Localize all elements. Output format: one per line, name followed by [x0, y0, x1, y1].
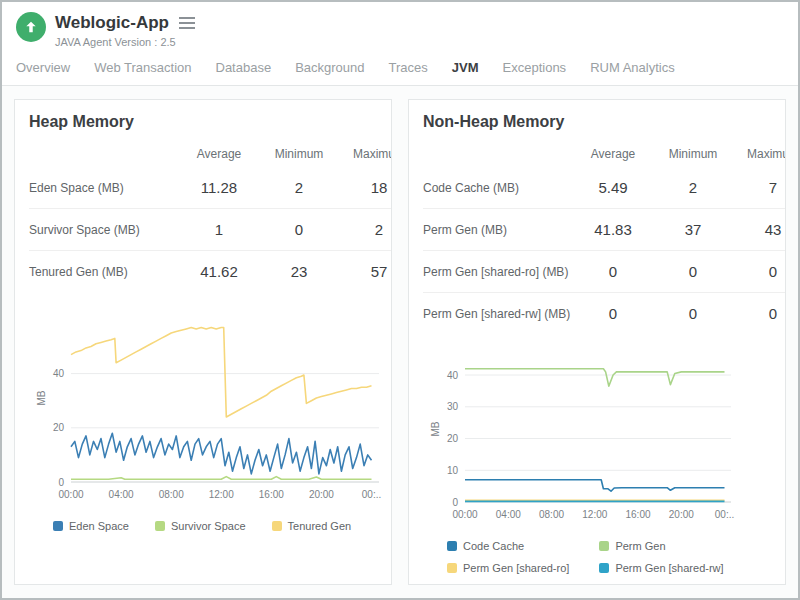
- svg-text:04:00: 04:00: [109, 489, 134, 500]
- svg-text:16:00: 16:00: [625, 509, 650, 520]
- heap-memory-panel: Heap Memory Average Minimum Maximum Eden…: [14, 99, 392, 585]
- non-heap-chart-legend: Code CachePerm GenPerm Gen [shared-ro]Pe…: [447, 540, 785, 574]
- row-label: Eden Space (MB): [29, 167, 179, 209]
- svg-text:00:00: 00:00: [58, 489, 83, 500]
- avg-value: 0: [573, 251, 653, 293]
- table-row: Perm Gen (MB) 41.83 37 43: [423, 209, 786, 251]
- svg-text:20: 20: [53, 422, 65, 433]
- svg-text:08:00: 08:00: [539, 509, 564, 520]
- min-value: 2: [259, 167, 339, 209]
- legend-label: Survivor Space: [171, 520, 246, 532]
- legend-label: Eden Space: [69, 520, 129, 532]
- max-value: 0: [733, 293, 786, 335]
- tab-jvm[interactable]: JVM: [452, 60, 479, 75]
- tab-database[interactable]: Database: [216, 60, 272, 75]
- avg-value: 41.83: [573, 209, 653, 251]
- table-row: Eden Space (MB) 11.28 2 18: [29, 167, 392, 209]
- non-heap-memory-panel: Non-Heap Memory Average Minimum Maximum …: [408, 99, 786, 585]
- panel-title-heap: Heap Memory: [29, 113, 391, 131]
- avg-value: 1: [179, 209, 259, 251]
- row-label: Survivor Space (MB): [29, 209, 179, 251]
- page-title: Weblogic-App: [55, 13, 169, 33]
- min-value: 23: [259, 251, 339, 293]
- svg-text:12:00: 12:00: [582, 509, 607, 520]
- svg-text:16:00: 16:00: [259, 489, 284, 500]
- legend-swatch: [53, 521, 63, 531]
- min-value: 37: [653, 209, 733, 251]
- svg-text:12:00: 12:00: [209, 489, 234, 500]
- non-heap-stats-table: Average Minimum Maximum Code Cache (MB) …: [423, 139, 786, 334]
- legend-item: Perm Gen [shared-ro]: [447, 562, 569, 574]
- avg-value: 5.49: [573, 167, 653, 209]
- hamburger-menu-icon[interactable]: [179, 12, 195, 34]
- app-icon: [16, 12, 46, 42]
- tab-exceptions[interactable]: Exceptions: [503, 60, 567, 75]
- max-value: 43: [733, 209, 786, 251]
- legend-swatch: [599, 563, 609, 573]
- header: Weblogic-App JAVA Agent Version : 2.5: [2, 2, 798, 52]
- svg-text:00:00: 00:00: [452, 509, 477, 520]
- legend-swatch: [447, 563, 457, 573]
- legend-label: Perm Gen [shared-rw]: [615, 562, 723, 574]
- svg-text:0: 0: [58, 477, 64, 488]
- heap-chart-legend: Eden SpaceSurvivor SpaceTenured Gen: [53, 520, 391, 532]
- tab-overview[interactable]: Overview: [16, 60, 70, 75]
- legend-item: Code Cache: [447, 540, 569, 552]
- svg-text:20: 20: [447, 433, 459, 444]
- legend-label: Perm Gen [shared-ro]: [463, 562, 569, 574]
- svg-text:MB: MB: [36, 390, 47, 405]
- table-row: Perm Gen [shared-ro] (MB) 0 0 0: [423, 251, 786, 293]
- svg-text:40: 40: [447, 370, 459, 381]
- tab-bar: OverviewWeb TransactionDatabaseBackgroun…: [2, 52, 798, 86]
- legend-swatch: [272, 521, 282, 531]
- app-window: Weblogic-App JAVA Agent Version : 2.5 Ov…: [0, 0, 800, 600]
- avg-value: 0: [573, 293, 653, 335]
- max-value: 7: [733, 167, 786, 209]
- max-value: 0: [733, 251, 786, 293]
- max-value: 18: [339, 167, 392, 209]
- table-row: Perm Gen [shared-rw] (MB) 0 0 0: [423, 293, 786, 335]
- arrow-up-icon: [23, 19, 39, 35]
- svg-text:30: 30: [447, 401, 459, 412]
- min-value: 0: [259, 209, 339, 251]
- tab-traces[interactable]: Traces: [389, 60, 428, 75]
- tab-background[interactable]: Background: [295, 60, 364, 75]
- avg-value: 41.62: [179, 251, 259, 293]
- svg-text:40: 40: [53, 368, 65, 379]
- legend-item: Perm Gen [shared-rw]: [599, 562, 723, 574]
- svg-text:08:00: 08:00: [159, 489, 184, 500]
- legend-item: Eden Space: [53, 520, 129, 532]
- svg-text:20:00: 20:00: [309, 489, 334, 500]
- legend-label: Code Cache: [463, 540, 524, 552]
- non-heap-memory-chart: 01020304000:0004:0008:0012:0016:0020:000…: [429, 348, 785, 530]
- max-value: 57: [339, 251, 392, 293]
- svg-text:10: 10: [447, 465, 459, 476]
- legend-swatch: [599, 541, 609, 551]
- panel-title-non-heap: Non-Heap Memory: [423, 113, 785, 131]
- min-value: 2: [653, 167, 733, 209]
- svg-text:20:00: 20:00: [669, 509, 694, 520]
- legend-label: Perm Gen: [615, 540, 665, 552]
- table-row: Tenured Gen (MB) 41.62 23 57: [29, 251, 392, 293]
- row-label: Perm Gen [shared-ro] (MB): [423, 251, 573, 293]
- svg-text:MB: MB: [430, 421, 441, 436]
- col-header-blank: [423, 139, 573, 167]
- row-label: Tenured Gen (MB): [29, 251, 179, 293]
- agent-version-label: JAVA Agent Version : 2.5: [55, 36, 195, 48]
- col-header-average: Average: [179, 139, 259, 167]
- tab-rum-analytics[interactable]: RUM Analytics: [590, 60, 675, 75]
- col-header-maximum: Maximum: [733, 139, 786, 167]
- max-value: 2: [339, 209, 392, 251]
- legend-item: Survivor Space: [155, 520, 246, 532]
- col-header-minimum: Minimum: [653, 139, 733, 167]
- col-header-blank: [29, 139, 179, 167]
- min-value: 0: [653, 293, 733, 335]
- legend-swatch: [447, 541, 457, 551]
- row-label: Code Cache (MB): [423, 167, 573, 209]
- tab-web-transaction[interactable]: Web Transaction: [94, 60, 191, 75]
- svg-text:04:00: 04:00: [496, 509, 521, 520]
- min-value: 0: [653, 251, 733, 293]
- svg-text:0: 0: [452, 497, 458, 508]
- col-header-minimum: Minimum: [259, 139, 339, 167]
- svg-text:00:..: 00:..: [715, 509, 734, 520]
